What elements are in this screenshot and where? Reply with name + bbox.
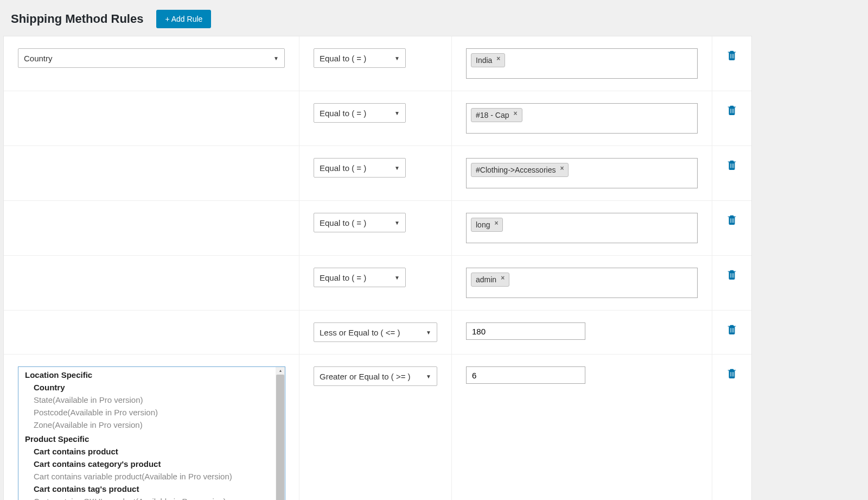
value-cell: long× xyxy=(452,201,712,255)
page-title: Shipping Method Rules xyxy=(11,12,143,26)
dropdown-option[interactable]: Cart contains tag's product xyxy=(18,483,276,495)
tag-label: #18 - Cap xyxy=(476,111,509,119)
delete-cell xyxy=(712,201,751,255)
tag-chip: India× xyxy=(471,53,505,67)
condition-cell: Location SpecificCountryState(Available … xyxy=(4,355,299,500)
value-cell: #18 - Cap× xyxy=(452,91,712,145)
delete-cell xyxy=(712,36,751,91)
remove-tag-icon[interactable]: × xyxy=(492,219,500,227)
value-tag-input[interactable]: #18 - Cap× xyxy=(466,103,698,134)
value-cell xyxy=(452,311,712,354)
delete-cell xyxy=(712,311,751,354)
trash-icon[interactable] xyxy=(726,366,738,379)
select-value: Equal to ( = ) xyxy=(320,218,366,227)
value-cell xyxy=(452,355,712,500)
value-tag-input[interactable]: #Clothing->Accessories× xyxy=(466,158,698,188)
tag-label: long xyxy=(476,220,490,229)
trash-icon[interactable] xyxy=(726,158,738,171)
operator-select[interactable]: Equal to ( = )▼ xyxy=(314,213,406,232)
dropdown-option: Cart contains variable product(Available… xyxy=(18,470,276,483)
operator-cell: Equal to ( = )▼ xyxy=(299,256,452,310)
dropdown-scrollbar[interactable]: ▴▾ xyxy=(276,367,285,500)
dropdown-option: Cart contains SKU's product(Available in… xyxy=(18,495,276,500)
condition-cell xyxy=(4,146,299,200)
operator-select[interactable]: Greater or Equal to ( >= )▼ xyxy=(314,366,437,386)
remove-tag-icon[interactable]: × xyxy=(558,164,566,172)
chevron-down-icon: ▼ xyxy=(426,330,431,336)
chevron-down-icon: ▼ xyxy=(394,275,400,281)
rule-row: Equal to ( = )▼admin× xyxy=(4,256,751,311)
value-text-input[interactable] xyxy=(466,366,585,384)
value-tag-input[interactable]: long× xyxy=(466,213,698,243)
operator-cell: Equal to ( = )▼ xyxy=(299,36,452,91)
condition-dropdown-panel[interactable]: Location SpecificCountryState(Available … xyxy=(18,366,285,500)
trash-icon[interactable] xyxy=(726,103,738,116)
condition-cell xyxy=(4,256,299,310)
chevron-down-icon: ▼ xyxy=(394,110,400,116)
select-value: Less or Equal to ( <= ) xyxy=(320,328,400,337)
trash-icon[interactable] xyxy=(726,322,738,336)
rule-row: Country▼Equal to ( = )▼India× xyxy=(4,36,751,91)
operator-cell: Equal to ( = )▼ xyxy=(299,201,452,255)
rules-table: Country▼Equal to ( = )▼India×Equal to ( … xyxy=(3,36,752,500)
select-value: Country xyxy=(24,54,53,63)
value-cell: admin× xyxy=(452,256,712,310)
operator-select[interactable]: Equal to ( = )▼ xyxy=(314,48,406,68)
operator-cell: Less or Equal to ( <= )▼ xyxy=(299,311,452,354)
chevron-down-icon: ▼ xyxy=(273,55,279,61)
value-cell: India× xyxy=(452,36,712,91)
rule-row: Equal to ( = )▼#Clothing->Accessories× xyxy=(4,146,751,201)
chevron-down-icon: ▼ xyxy=(394,55,400,61)
select-value: Equal to ( = ) xyxy=(320,109,366,118)
operator-select[interactable]: Equal to ( = )▼ xyxy=(314,103,406,123)
operator-select[interactable]: Equal to ( = )▼ xyxy=(314,268,406,287)
dropdown-group: Location Specific xyxy=(18,367,276,381)
tag-chip: #Clothing->Accessories× xyxy=(471,163,569,177)
tag-chip: #18 - Cap× xyxy=(471,108,522,122)
tag-label: #Clothing->Accessories xyxy=(476,166,556,174)
rule-row: Equal to ( = )▼#18 - Cap× xyxy=(4,91,751,146)
dropdown-option: Postcode(Available in Pro version) xyxy=(18,406,276,419)
condition-cell xyxy=(4,311,299,354)
select-value: Greater or Equal to ( >= ) xyxy=(320,372,411,381)
remove-tag-icon[interactable]: × xyxy=(511,110,519,117)
dropdown-option[interactable]: Cart contains product xyxy=(18,445,276,458)
rule-row: Equal to ( = )▼long× xyxy=(4,201,751,256)
dropdown-option: Zone(Available in Pro version) xyxy=(18,419,276,431)
operator-select[interactable]: Equal to ( = )▼ xyxy=(314,158,406,178)
condition-cell xyxy=(4,201,299,255)
operator-select[interactable]: Less or Equal to ( <= )▼ xyxy=(314,322,437,342)
trash-icon[interactable] xyxy=(726,48,738,61)
tag-chip: admin× xyxy=(471,273,509,287)
value-text-input[interactable] xyxy=(466,322,585,340)
tag-chip: long× xyxy=(471,218,503,232)
chevron-down-icon: ▼ xyxy=(394,220,400,226)
delete-cell xyxy=(712,91,751,145)
value-cell: #Clothing->Accessories× xyxy=(452,146,712,200)
condition-select[interactable]: Country▼ xyxy=(18,48,285,68)
delete-cell xyxy=(712,256,751,310)
condition-cell: Country▼ xyxy=(4,36,299,91)
select-value: Equal to ( = ) xyxy=(320,273,366,282)
dropdown-option[interactable]: Country xyxy=(18,381,276,394)
dropdown-option[interactable]: Cart contains category's product xyxy=(18,458,276,470)
chevron-down-icon: ▼ xyxy=(426,374,431,379)
tag-label: admin xyxy=(476,275,496,284)
value-tag-input[interactable]: admin× xyxy=(466,268,698,298)
trash-icon[interactable] xyxy=(726,268,738,281)
remove-tag-icon[interactable]: × xyxy=(494,55,502,62)
trash-icon[interactable] xyxy=(726,213,738,226)
operator-cell: Equal to ( = )▼ xyxy=(299,146,452,200)
scrollbar-thumb[interactable] xyxy=(276,375,284,500)
operator-cell: Greater or Equal to ( >= )▼ xyxy=(299,355,452,500)
condition-cell xyxy=(4,91,299,145)
add-rule-button[interactable]: + Add Rule xyxy=(156,10,211,28)
delete-cell xyxy=(712,355,751,500)
rule-row: Less or Equal to ( <= )▼ xyxy=(4,311,751,355)
operator-cell: Equal to ( = )▼ xyxy=(299,91,452,145)
value-tag-input[interactable]: India× xyxy=(466,48,698,79)
rule-row: Location SpecificCountryState(Available … xyxy=(4,355,751,500)
delete-cell xyxy=(712,146,751,200)
select-value: Equal to ( = ) xyxy=(320,163,366,173)
remove-tag-icon[interactable]: × xyxy=(499,274,507,282)
